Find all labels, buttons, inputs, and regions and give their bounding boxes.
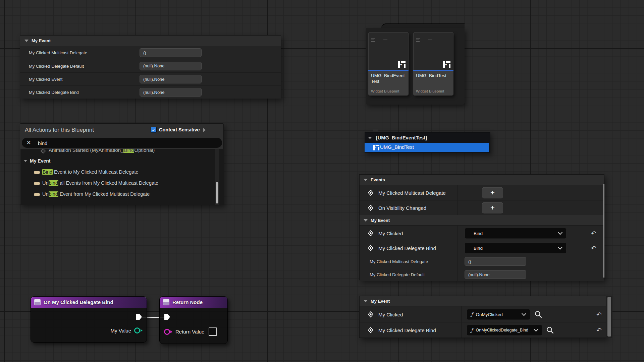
- action-item-text: Unbind Event from My Clicked Multicast D…: [42, 191, 150, 197]
- event-row: My Clicked Multicast Delegate +: [360, 185, 604, 200]
- collapse-arrow-icon[interactable]: [364, 219, 368, 222]
- property-label: My Clicked Delegate Default: [370, 272, 425, 277]
- browse-to-function-icon[interactable]: [534, 310, 542, 318]
- node-header[interactable]: Return Node: [160, 297, 227, 308]
- node-header[interactable]: On My Clicked Delegate Bind: [31, 297, 147, 308]
- function-dropdown[interactable]: ƒ OnMyClicked: [467, 309, 530, 320]
- event-mini-icon: [41, 149, 46, 154]
- property-value-field[interactable]: (): [140, 48, 202, 57]
- delegate-bind-row: My Clicked Delegate Bind Bind ↶: [360, 241, 604, 255]
- search-input[interactable]: [37, 138, 213, 148]
- collapse-arrow-icon[interactable]: [368, 137, 372, 139]
- event-node-on-my-clicked-delegate-bind[interactable]: On My Clicked Delegate Bind My Value: [31, 296, 147, 343]
- property-value-field[interactable]: (): [465, 257, 526, 266]
- asset-name: UMG_BindEventTest: [371, 73, 406, 84]
- hierarchy-selected-row[interactable]: ♥ UMG_BindTest: [365, 143, 489, 152]
- bind-dropdown[interactable]: Bind: [465, 228, 567, 239]
- collapse-arrow-icon[interactable]: [24, 40, 29, 42]
- action-item-scrolled[interactable]: Animation Started (MyAnimation_BindOptio…: [20, 149, 224, 155]
- property-value-field[interactable]: (null).None: [140, 75, 202, 83]
- input-pin-row: Return Value: [164, 327, 217, 336]
- pin-label: Return Value: [175, 329, 204, 335]
- property-row: My Clicked Delegate Default (null).None: [20, 59, 281, 72]
- action-item[interactable]: Bind Event to My Clicked Multicast Deleg…: [20, 167, 224, 178]
- events-details-panel: Events My Clicked Multicast Delegate + O…: [359, 174, 604, 280]
- plus-icon: +: [490, 188, 495, 197]
- reset-to-default-icon[interactable]: ↶: [591, 230, 596, 236]
- event-delegate-icon: [368, 311, 374, 317]
- property-label: My Clicked Delegate Default: [29, 63, 84, 68]
- action-item[interactable]: Unbind all Events from My Clicked Multic…: [20, 178, 224, 189]
- reset-to-default-icon[interactable]: ↶: [596, 311, 602, 317]
- search-match: bind: [49, 191, 58, 197]
- actions-scrollbar-thumb[interactable]: [216, 182, 218, 203]
- collapse-arrow-icon[interactable]: [364, 179, 368, 181]
- chevron-down-icon: [558, 230, 562, 235]
- clear-search-icon[interactable]: ✕: [26, 139, 31, 146]
- function-binding-row: My Clicked ƒ OnMyClicked ↶: [360, 306, 606, 322]
- column-divider: [133, 46, 133, 59]
- exec-input-pin[interactable]: [164, 314, 170, 320]
- function-dropdown-value: OnMyClickedDelegate_Bind: [476, 328, 528, 333]
- asset-thumbnail: ♥: [368, 32, 409, 70]
- details-category-header[interactable]: My Event: [20, 36, 281, 46]
- context-sensitive-label: Context Sensitive: [159, 127, 200, 132]
- hierarchy-selected-label: UMG_BindTest: [380, 144, 414, 150]
- events-panel-scrollbar[interactable]: [603, 184, 604, 278]
- details-panel-top: My Event My Clicked Multicast Delegate (…: [20, 35, 281, 99]
- my-value-output-pin[interactable]: [134, 327, 140, 334]
- my-event-section-header[interactable]: My Event: [360, 296, 606, 306]
- return-node-icon: [163, 299, 169, 305]
- asset-tile-umg-bindeventtest[interactable]: ♥ UMG_BindEventTest Widget Blueprint: [368, 32, 409, 96]
- pin-arrow-icon: [141, 329, 143, 332]
- event-label: My Clicked Multicast Delegate: [378, 190, 446, 195]
- actions-context-menu: All Actions for this Blueprint ✓ Context…: [20, 123, 224, 205]
- actions-category-label: My Event: [30, 158, 50, 164]
- hierarchy-root-row[interactable]: [UMG_BindEventTest]: [365, 134, 490, 143]
- my-event-section-header[interactable]: My Event: [360, 215, 604, 225]
- reset-to-default-icon[interactable]: ↶: [596, 327, 602, 333]
- function-icon: ƒ: [471, 327, 473, 333]
- add-event-button[interactable]: +: [482, 187, 503, 198]
- check-icon: ✓: [152, 127, 156, 133]
- delegate-pill-icon: [34, 182, 40, 185]
- asset-type: Widget Blueprint: [416, 89, 444, 93]
- return-value-checkbox[interactable]: [209, 327, 217, 336]
- add-event-button[interactable]: +: [482, 202, 503, 213]
- actions-category-row[interactable]: My Event: [20, 157, 224, 166]
- collapse-arrow-icon[interactable]: [364, 300, 368, 302]
- collapse-arrow-icon[interactable]: [24, 160, 27, 162]
- search-match: Bind: [42, 169, 53, 175]
- hierarchy-root-label: [UMG_BindEventTest]: [376, 135, 427, 140]
- return-value-input-pin[interactable]: [164, 329, 170, 335]
- exec-output-pin[interactable]: [136, 314, 142, 320]
- reset-to-default-icon[interactable]: ↶: [591, 245, 596, 251]
- browse-to-function-icon[interactable]: [546, 326, 554, 334]
- return-node[interactable]: Return Node Return Value: [159, 296, 228, 344]
- bindings-scrollbar-thumb[interactable]: [607, 297, 611, 337]
- content-browser-panel: ♥ UMG_BindEventTest Widget Blueprint ♥: [366, 28, 465, 105]
- action-item[interactable]: Unbind Event from My Clicked Multicast D…: [20, 189, 224, 200]
- delegate-label: My Clicked: [378, 230, 403, 236]
- property-value: (null).None: [143, 63, 165, 68]
- property-value-field[interactable]: (null).None: [465, 270, 526, 279]
- property-value-field[interactable]: (null).None: [140, 88, 202, 97]
- function-dropdown[interactable]: ƒ OnMyClickedDelegate_Bind: [467, 324, 542, 336]
- expand-arrow-icon[interactable]: [203, 128, 206, 132]
- widget-blueprint-icon: ♥: [443, 61, 450, 68]
- asset-tile-umg-bindtest[interactable]: ♥ UMG_BindTest Widget Blueprint: [413, 32, 453, 96]
- property-value: (null).None: [143, 90, 165, 95]
- output-pin-row: My Value: [111, 327, 143, 334]
- event-delegate-icon: [368, 327, 374, 333]
- asset-thumbnail: ♥: [413, 32, 453, 70]
- widget-blueprint-icon: ♥: [398, 61, 406, 68]
- actions-search-bar[interactable]: ✕: [22, 138, 222, 148]
- plus-icon: +: [490, 203, 495, 212]
- property-value-field[interactable]: (null).None: [140, 62, 202, 70]
- events-section-header[interactable]: Events: [360, 175, 604, 185]
- pin-arrow-icon: [170, 330, 172, 333]
- delegate-pill-icon: [34, 193, 40, 196]
- column-divider: [133, 59, 133, 72]
- context-sensitive-checkbox[interactable]: ✓: [151, 127, 157, 133]
- bind-dropdown[interactable]: Bind: [465, 242, 567, 253]
